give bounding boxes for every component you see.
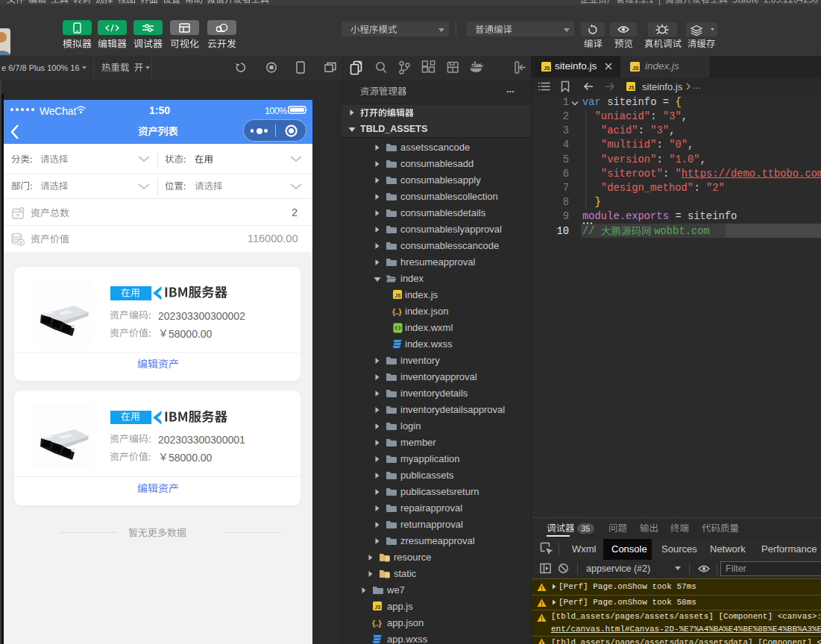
svg-text:JS: JS [375,604,382,610]
svg-text:JS: JS [629,85,635,90]
svg-text:{..}: {..} [372,618,381,627]
svg-text:JS: JS [632,66,639,71]
svg-text:{..}: {..} [392,306,401,315]
svg-text:JS: JS [395,293,402,298]
svg-text:JS: JS [544,66,550,71]
